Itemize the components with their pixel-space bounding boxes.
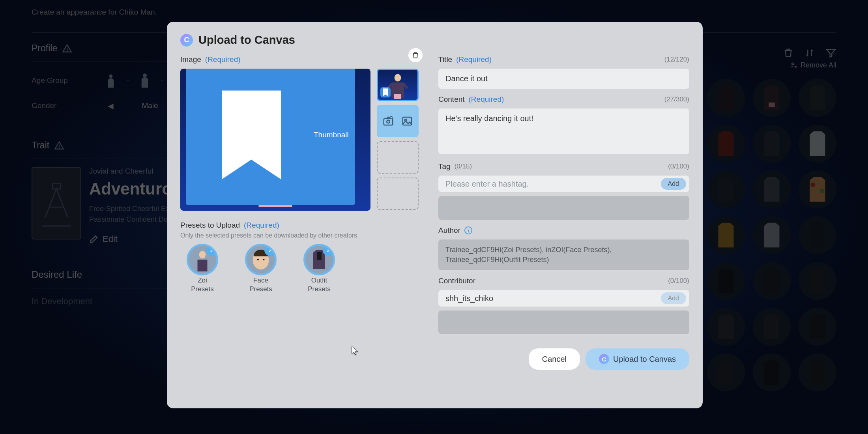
- remove-all-label: Remove All: [801, 61, 836, 69]
- outfit-item[interactable]: [799, 125, 836, 163]
- trash-icon[interactable]: [783, 47, 794, 60]
- presets-field-head: Presets to Upload (Required): [180, 221, 423, 230]
- required-label: (Required): [205, 55, 241, 64]
- outfit-item[interactable]: [707, 308, 745, 346]
- preset-outfit[interactable]: ✓ Outfit Presets: [297, 244, 341, 294]
- presets-hint: Only the selected presets can be downloa…: [180, 232, 423, 239]
- content-textarea[interactable]: [438, 108, 689, 154]
- bookmark-icon: [192, 69, 311, 202]
- sort-icon[interactable]: [804, 47, 815, 60]
- preset-face-thumb: ✓: [245, 244, 277, 275]
- edit-button[interactable]: Edit: [89, 234, 118, 244]
- image-label: Image: [180, 55, 201, 64]
- required-label: (Required): [469, 95, 504, 104]
- main-preview-image[interactable]: Thumbnail: [180, 69, 370, 211]
- outfit-item[interactable]: [799, 262, 836, 300]
- svg-point-19: [387, 120, 390, 123]
- upload-modal: C Upload to Canvas Image (Required): [167, 22, 703, 408]
- svg-point-16: [395, 74, 401, 81]
- upload-button[interactable]: C Upload to Canvas: [586, 348, 689, 370]
- svg-rect-7: [769, 103, 775, 107]
- thumbnail-slot-1[interactable]: [377, 69, 419, 101]
- required-label: (Required): [456, 55, 492, 64]
- outfit-item[interactable]: [753, 216, 791, 254]
- outfit-item[interactable]: [753, 125, 791, 163]
- svg-point-9: [810, 182, 815, 187]
- contributor-input[interactable]: [445, 294, 657, 303]
- svg-point-23: [199, 251, 206, 258]
- preset-face[interactable]: ✓ Face Presets: [239, 244, 283, 294]
- preset-outfit-thumb: ✓: [303, 244, 335, 275]
- author-value: Trainee_qdCF9Hi(Zoi Presets), inZOI(Face…: [438, 239, 689, 270]
- title-count: (12/120): [664, 56, 689, 64]
- outfit-item[interactable]: [753, 79, 791, 117]
- modal-title-text: Upload to Canvas: [198, 34, 295, 47]
- bookmark-icon: [380, 87, 391, 97]
- preset-zoi[interactable]: ✓ Zoi Presets: [180, 244, 224, 294]
- outfit-item[interactable]: [707, 262, 745, 300]
- contributor-list: [438, 311, 689, 334]
- thumbnail-slot-empty[interactable]: [377, 141, 419, 174]
- edit-icon: [89, 234, 99, 244]
- gender-value: Male: [126, 101, 174, 110]
- outfit-item[interactable]: [799, 308, 836, 346]
- thumbnail-slot-add[interactable]: [377, 105, 419, 137]
- modal-left-column: Image (Required): [180, 55, 423, 397]
- preset-face-label: Face Presets: [249, 276, 272, 294]
- outfit-item[interactable]: [753, 170, 791, 208]
- trash-icon: [412, 51, 419, 59]
- dash: -: [127, 76, 129, 85]
- preset-zoi-thumb: ✓: [187, 244, 218, 275]
- tag-sub: (0/15): [455, 163, 472, 170]
- outfit-item[interactable]: [707, 170, 745, 208]
- svg-point-2: [143, 73, 147, 77]
- gender-label: Gender: [32, 101, 95, 110]
- title-input[interactable]: [438, 69, 689, 89]
- brand-icon: C: [599, 354, 609, 364]
- filter-icon[interactable]: [825, 47, 836, 60]
- outfit-item[interactable]: [799, 79, 836, 117]
- delete-image-button[interactable]: [408, 48, 423, 62]
- preset-outfit-label: Outfit Presets: [308, 276, 331, 294]
- contributor-count: (0/100): [668, 277, 689, 285]
- tag-field-head: Tag(0/15) (0/100): [438, 162, 689, 171]
- info-icon[interactable]: i: [464, 226, 472, 234]
- outfit-item[interactable]: [799, 354, 836, 391]
- svg-point-25: [257, 259, 259, 260]
- outfit-item[interactable]: [707, 216, 745, 254]
- author-field-head: Author i: [438, 226, 689, 235]
- svg-rect-18: [384, 119, 393, 125]
- thumbnail-slot-empty[interactable]: [377, 178, 419, 210]
- title-label: Title: [438, 55, 452, 64]
- tag-label: Tag: [438, 162, 451, 171]
- cancel-button[interactable]: Cancel: [529, 348, 580, 370]
- outfit-item[interactable]: [753, 308, 791, 346]
- upload-button-label: Upload to Canvas: [613, 355, 676, 364]
- presets-label: Presets to Upload: [180, 221, 240, 230]
- outfit-item[interactable]: [753, 262, 791, 300]
- age-teen-icon[interactable]: [136, 72, 153, 89]
- outfit-item[interactable]: [707, 354, 745, 391]
- tag-add-button[interactable]: Add: [661, 178, 686, 190]
- svg-rect-21: [403, 117, 412, 125]
- tag-input[interactable]: [445, 180, 657, 189]
- contributor-add-button[interactable]: Add: [661, 292, 686, 304]
- trait-image: [32, 167, 81, 239]
- title-field-head: Title (Required) (12/120): [438, 55, 689, 64]
- image-row: Thumbnail: [180, 69, 423, 211]
- contributor-label: Contributor: [438, 277, 475, 285]
- age-child-icon[interactable]: [102, 72, 120, 89]
- outfit-item[interactable]: [753, 354, 791, 391]
- profile-label: Profile: [32, 43, 57, 54]
- check-icon: ✓: [323, 244, 335, 256]
- outfit-item[interactable]: [799, 170, 836, 208]
- outfit-item[interactable]: [707, 79, 745, 117]
- dash: -: [161, 76, 163, 85]
- remove-all-button[interactable]: Remove All: [789, 61, 836, 69]
- outfit-item[interactable]: [799, 216, 836, 254]
- thumbnail-strip: [377, 69, 419, 211]
- prev-arrow-icon[interactable]: ◀: [107, 101, 114, 110]
- outfit-item[interactable]: [707, 125, 745, 163]
- camera-plus-icon: [382, 115, 394, 127]
- svg-point-10: [820, 189, 825, 193]
